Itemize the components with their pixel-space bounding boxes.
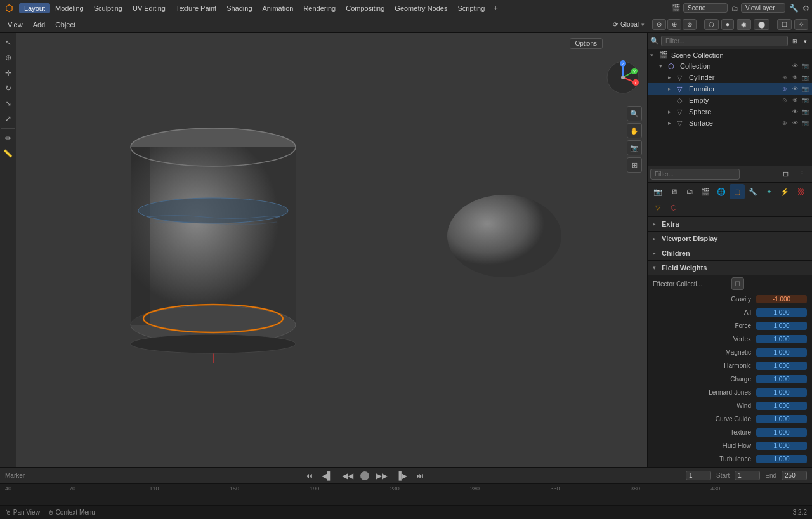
sur-special-btn[interactable]: ⊕ [780, 119, 789, 128]
play-pause-btn[interactable] [360, 471, 369, 480]
select-tool[interactable]: ↖ [1, 36, 15, 49]
solid-btn[interactable]: ● [721, 19, 734, 30]
scene-selector[interactable]: 🎬 [672, 3, 728, 13]
object-props-btn[interactable]: ▢ [730, 184, 745, 199]
timeline-ruler[interactable]: 40 70 110 150 190 230 280 330 380 430 [0, 484, 812, 505]
prop-filter-input[interactable] [650, 169, 740, 180]
viewport-options-btn[interactable]: Options [570, 38, 603, 49]
scene-name-input[interactable] [683, 3, 728, 13]
rendered-btn[interactable]: ⬤ [754, 19, 769, 30]
pivot-btn[interactable]: ⊕ [667, 19, 681, 30]
transform-orientation[interactable]: ⟳ Global ▾ [613, 21, 645, 28]
outliner-sort-btn[interactable]: ▾ [801, 37, 809, 46]
wind-value[interactable]: 1.000 [756, 402, 807, 410]
play-forward-btn[interactable]: ▶▶ [374, 470, 390, 482]
magnetic-value[interactable]: 1.000 [756, 348, 807, 357]
em-render-btn[interactable]: 📷 [801, 84, 809, 93]
jump-start-btn[interactable]: ⏮ [303, 470, 315, 482]
overlays-btn[interactable]: ☐ [777, 19, 792, 30]
view-layer-selector[interactable]: 🗂 [731, 3, 785, 13]
view-layer-props-btn[interactable]: 🗂 [682, 184, 697, 199]
outliner-search-input[interactable] [661, 36, 788, 46]
collection-item[interactable]: ▾ ⬡ Collection 👁 📷 [648, 60, 812, 72]
constraints-props-btn[interactable]: ⛓ [793, 184, 808, 199]
rotate-tool[interactable]: ↻ [1, 81, 15, 95]
snap-btn[interactable]: ⊙ [652, 19, 666, 30]
object-menu[interactable]: Object [51, 20, 79, 30]
transform-dropdown[interactable]: ▾ [641, 22, 645, 28]
vortex-value[interactable]: 1.000 [756, 335, 807, 343]
header-icon-btn-2[interactable]: ⚙ [802, 4, 809, 13]
grid-btn[interactable]: ⊞ [627, 157, 642, 173]
effector-icon-btn[interactable]: ☐ [731, 277, 744, 290]
curve-guide-value[interactable]: 1.000 [756, 415, 807, 423]
workspace-tab-shading[interactable]: Shading [221, 3, 257, 13]
end-frame-input[interactable] [782, 471, 807, 480]
render-props-btn[interactable]: 📷 [650, 184, 665, 199]
em-particle-btn[interactable]: ⊕ [780, 84, 789, 93]
wireframe-btn[interactable]: ⬡ [704, 19, 719, 30]
annotate-tool[interactable]: ✏ [1, 131, 15, 145]
add-menu[interactable]: Add [29, 20, 49, 30]
view-menu[interactable]: View [4, 20, 27, 30]
prop-collapse-all-btn[interactable]: ⊟ [778, 167, 793, 182]
cyl-vis-btn[interactable]: 👁 [790, 73, 799, 82]
surface-tree-item[interactable]: ▸ ▽ Surface ⊕ 👁 📷 [648, 117, 812, 129]
object-data-props-btn[interactable]: ▽ [650, 200, 665, 215]
texture-value[interactable]: 1.000 [756, 428, 807, 437]
cylinder-tree-item[interactable]: ▸ ▽ Cylinder ⊕ 👁 📷 [648, 72, 812, 83]
charge-value[interactable]: 1.000 [756, 375, 807, 383]
workspace-tab-uv-editing[interactable]: UV Editing [128, 3, 171, 13]
start-frame-input[interactable] [735, 471, 760, 480]
workspace-tab-sculpting[interactable]: Sculpting [89, 3, 128, 13]
fluid-flow-value[interactable]: 1.000 [756, 442, 807, 450]
scene-props-btn[interactable]: 🎬 [698, 184, 713, 199]
world-props-btn[interactable]: 🌐 [714, 184, 729, 199]
pan-btn[interactable]: ✋ [627, 123, 642, 138]
outliner-filter-btn[interactable]: ⊞ [790, 37, 799, 46]
empty-tree-item[interactable]: ◇ Empty ⊙ 👁 📷 [648, 95, 812, 106]
scene-collection-item[interactable]: ▾ 🎬 Scene Collection [648, 49, 812, 60]
material-props-btn[interactable]: ⬡ [666, 200, 681, 215]
fw-section-header[interactable]: ▾ Field Weights [648, 261, 812, 275]
camera-btn[interactable]: 📷 [627, 140, 642, 155]
vd-section-header[interactable]: ▸ Viewport Display [648, 232, 812, 246]
material-btn[interactable]: ◉ [737, 19, 751, 30]
lennard-jones-value[interactable]: 1.000 [756, 388, 807, 397]
modifier-props-btn[interactable]: 🔧 [745, 184, 761, 199]
view-layer-input[interactable] [741, 3, 785, 13]
viewport-3d[interactable]: Options Z X Y [16, 33, 647, 467]
workspace-tab-rendering[interactable]: Rendering [298, 3, 341, 13]
em-vis-btn[interactable]: 👁 [790, 84, 799, 93]
particles-props-btn[interactable]: ✦ [761, 184, 776, 199]
zoom-in-btn[interactable]: 🔍 [627, 106, 642, 121]
emmiter-tree-item[interactable]: ▸ ▽ Emmiter ⊕ 👁 📷 [648, 83, 812, 95]
play-reverse-btn[interactable]: ◀◀ [340, 470, 355, 482]
col-render-btn[interactable]: 📷 [801, 62, 809, 70]
emp-special-btn[interactable]: ⊙ [780, 96, 789, 105]
cyl-particle-btn[interactable]: ⊕ [780, 73, 789, 82]
workspace-tab-geometry-nodes[interactable]: Geometry Nodes [390, 3, 452, 13]
sph-vis-btn[interactable]: 👁 [790, 107, 799, 116]
current-frame-input[interactable] [686, 471, 711, 480]
options-button[interactable]: Options [570, 38, 603, 49]
sphere-tree-item[interactable]: ▸ ▽ Sphere 👁 📷 [648, 106, 812, 117]
workspace-tab-texture-paint[interactable]: Texture Paint [171, 3, 221, 13]
workspace-tab-scripting[interactable]: Scripting [452, 3, 490, 13]
emp-render-btn[interactable]: 📷 [801, 96, 809, 105]
gravity-value[interactable]: -1.000 [756, 295, 807, 303]
transform-tool[interactable]: ⤢ [1, 112, 15, 126]
extra-section-header[interactable]: ▸ Extra [648, 217, 812, 231]
output-props-btn[interactable]: 🖥 [666, 184, 681, 199]
cursor-tool[interactable]: ⊕ [1, 51, 15, 65]
properties-scroll-area[interactable]: ▸ Extra ▸ Viewport Display ▸ Children [648, 217, 812, 467]
viewport-gizmo[interactable]: Z X Y [604, 58, 642, 96]
sur-vis-btn[interactable]: 👁 [790, 119, 799, 128]
proportional-btn[interactable]: ⊗ [683, 19, 697, 30]
jump-end-btn[interactable]: ⏭ [414, 470, 426, 482]
physics-props-btn[interactable]: ⚡ [777, 184, 792, 199]
turbulence-value[interactable]: 1.000 [756, 455, 807, 463]
header-icon-btn-1[interactable]: 🔧 [789, 4, 799, 13]
sur-render-btn[interactable]: 📷 [801, 119, 809, 128]
children-section-header[interactable]: ▸ Children [648, 246, 812, 260]
